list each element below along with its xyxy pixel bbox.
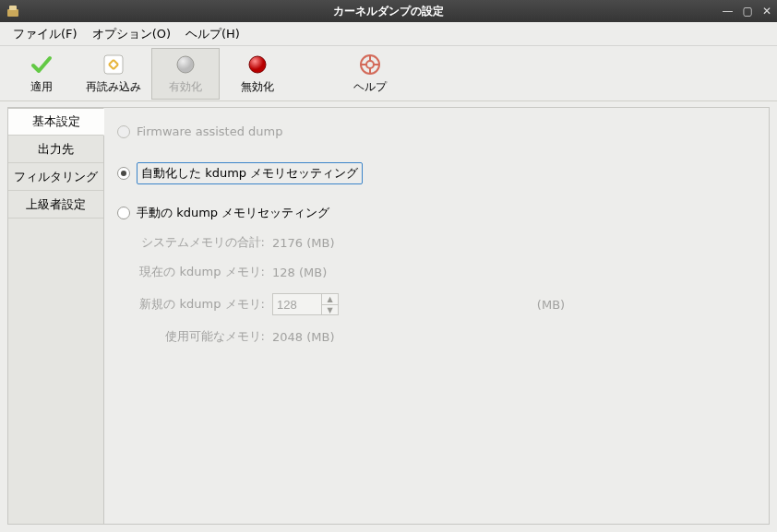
option-firmware-label: Firmware assisted dump [137, 124, 283, 138]
enable-icon [175, 52, 196, 77]
radio-firmware-icon [117, 125, 130, 138]
help-icon [359, 52, 381, 77]
minimize-button[interactable]: — [723, 5, 734, 18]
memory-grid: システムメモリの合計: 2176 (MB) 現在の kdump メモリ: 128… [126, 234, 756, 345]
window-root: カーネルダンプの設定 — ▢ ✕ ファイル(F) オプション(O) ヘルプ(H)… [0, 0, 777, 532]
menubar: ファイル(F) オプション(O) ヘルプ(H) [0, 22, 777, 46]
new-kdump-input [273, 294, 321, 314]
current-kdump-value: 128 (MB) [272, 266, 530, 279]
disable-label: 無効化 [241, 79, 274, 95]
total-memory-label: システムメモリの合計: [126, 234, 265, 251]
current-kdump-label: 現在の kdump メモリ: [126, 264, 265, 280]
svg-point-4 [249, 56, 266, 73]
window-title: カーネルダンプの設定 [0, 4, 777, 19]
new-kdump-unit: (MB) [537, 298, 756, 312]
help-button[interactable]: ヘルプ [336, 48, 404, 100]
toolbar: 適用 再読み込み 有効化 無効化 ヘルプ [0, 46, 777, 101]
tab-expert[interactable]: 上級者設定 [8, 191, 103, 219]
titlebar: カーネルダンプの設定 — ▢ ✕ [0, 0, 777, 22]
spin-up-icon: ▲ [322, 294, 338, 304]
menu-file[interactable]: ファイル(F) [6, 23, 85, 45]
side-tabs: 基本設定 出力先 フィルタリング 上級者設定 [8, 108, 104, 524]
spin-down-icon: ▼ [322, 304, 338, 314]
svg-point-3 [177, 56, 194, 73]
svg-rect-1 [9, 6, 17, 10]
help-label: ヘルプ [353, 79, 387, 95]
reload-label: 再読み込み [86, 79, 141, 95]
enable-button: 有効化 [151, 48, 220, 100]
option-manual-kdump[interactable]: 手動の kdump メモリセッティング [117, 205, 756, 221]
svg-rect-2 [104, 55, 123, 74]
tab-filter[interactable]: フィルタリング [8, 163, 103, 191]
radio-auto-icon [117, 167, 130, 180]
menu-options[interactable]: オプション(O) [85, 23, 178, 45]
svg-rect-0 [7, 9, 18, 17]
app-icon [6, 4, 20, 18]
reload-icon [102, 52, 126, 77]
basic-pane: Firmware assisted dump 自動化した kdump メモリセッ… [104, 108, 769, 524]
svg-point-6 [366, 61, 374, 68]
total-memory-value: 2176 (MB) [272, 236, 530, 250]
disable-icon [247, 52, 268, 77]
tab-output[interactable]: 出力先 [8, 136, 103, 163]
menu-help[interactable]: ヘルプ(H) [178, 23, 247, 45]
disable-button[interactable]: 無効化 [223, 48, 292, 100]
new-kdump-label: 新規の kdump メモリ: [126, 296, 265, 313]
usable-memory-value: 2048 (MB) [272, 330, 530, 344]
maximize-button[interactable]: ▢ [743, 5, 753, 18]
new-kdump-spinbox: ▲ ▼ [272, 293, 339, 315]
usable-memory-label: 使用可能なメモリ: [126, 328, 265, 345]
apply-button[interactable]: 適用 [7, 48, 76, 100]
radio-manual-icon [117, 207, 130, 219]
content-frame: 基本設定 出力先 フィルタリング 上級者設定 Firmware assisted… [7, 107, 770, 525]
checkmark-icon [30, 52, 54, 77]
tab-basic[interactable]: 基本設定 [8, 108, 104, 136]
reload-button[interactable]: 再読み込み [79, 48, 148, 100]
enable-label: 有効化 [169, 79, 202, 95]
option-auto-label: 自動化した kdump メモリセッティング [137, 162, 363, 184]
close-button[interactable]: ✕ [762, 5, 771, 18]
option-auto-kdump[interactable]: 自動化した kdump メモリセッティング [117, 162, 756, 184]
option-firmware-dump: Firmware assisted dump [117, 124, 756, 138]
option-manual-label: 手動の kdump メモリセッティング [137, 205, 329, 221]
apply-label: 適用 [30, 79, 53, 95]
